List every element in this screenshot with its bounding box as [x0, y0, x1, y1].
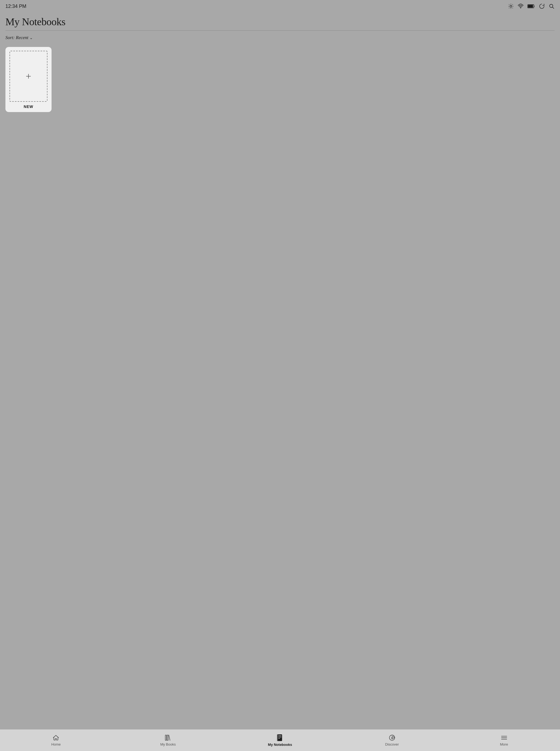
discover-icon [388, 734, 396, 741]
sort-bar: Sort: Recent ⌄ [0, 31, 560, 45]
status-icons [508, 3, 555, 9]
plus-icon: + [26, 72, 31, 81]
brightness-icon [508, 3, 514, 9]
sort-label: Sort: Recent [5, 35, 28, 40]
nav-item-my-notebooks[interactable]: My Notebooks [224, 730, 336, 751]
home-icon [52, 734, 59, 741]
sync-icon [539, 3, 545, 9]
my-books-icon [164, 734, 172, 741]
svg-rect-17 [277, 734, 278, 741]
bottom-nav: Home My Books My Notebooks [0, 729, 560, 751]
svg-line-8 [513, 4, 513, 5]
sort-button[interactable]: Sort: Recent ⌄ [5, 35, 33, 40]
search-icon[interactable] [548, 3, 555, 9]
nav-label-home: Home [51, 742, 61, 746]
more-icon [501, 734, 508, 741]
new-notebook-dashed-area: + [9, 51, 47, 102]
svg-rect-11 [528, 5, 533, 7]
new-notebook-label: NEW [5, 104, 52, 109]
nav-item-more[interactable]: More [448, 730, 560, 751]
battery-icon [527, 3, 535, 9]
page-title: My Notebooks [5, 16, 555, 28]
svg-point-0 [510, 5, 512, 7]
nav-label-my-books: My Books [160, 742, 176, 746]
svg-rect-15 [167, 735, 168, 740]
svg-line-4 [513, 8, 513, 8]
status-bar: 12:34 PM [0, 0, 560, 12]
svg-rect-14 [165, 735, 166, 740]
nav-label-discover: Discover [385, 742, 399, 746]
svg-point-9 [520, 7, 521, 8]
new-notebook-card[interactable]: + NEW [5, 47, 52, 112]
nav-label-my-notebooks: My Notebooks [268, 743, 292, 747]
svg-rect-16 [278, 734, 282, 741]
nav-label-more: More [500, 742, 508, 746]
nav-item-discover[interactable]: Discover [336, 730, 448, 751]
status-time: 12:34 PM [5, 3, 26, 9]
chevron-down-icon: ⌄ [29, 36, 33, 40]
page-header: My Notebooks [0, 12, 560, 31]
my-notebooks-icon [276, 734, 284, 742]
nav-item-my-books[interactable]: My Books [112, 730, 224, 751]
svg-line-13 [553, 7, 554, 8]
main-content: + NEW [0, 45, 560, 729]
nav-item-home[interactable]: Home [0, 730, 112, 751]
wifi-icon [518, 3, 524, 9]
